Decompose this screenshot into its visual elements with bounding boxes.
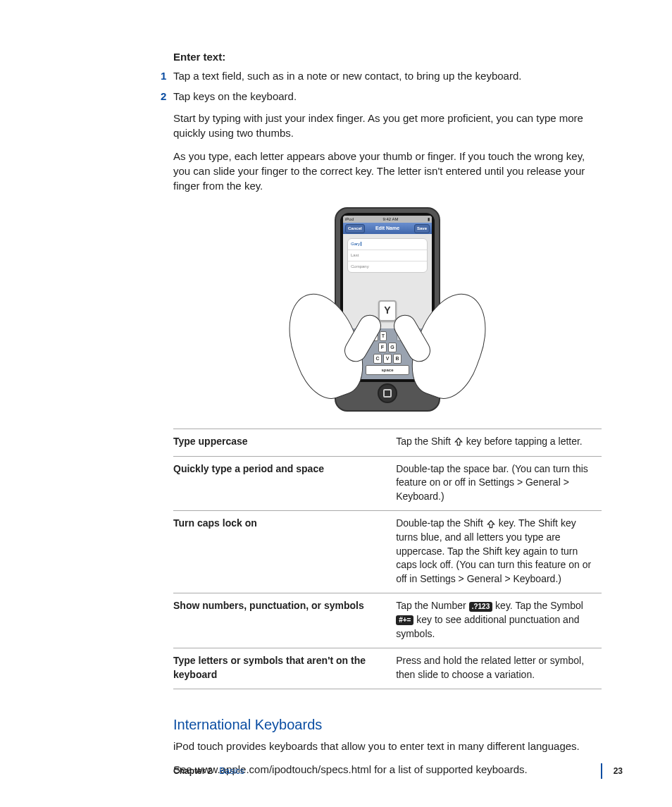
- intl-para-1: iPod touch provides keyboards that allow…: [173, 739, 602, 753]
- status-left: iPod: [345, 216, 354, 222]
- step-2: 2 Tap keys on the keyboard. Start by typ…: [173, 89, 602, 140]
- table-row: Turn caps lock on Double-tap the Shift k…: [173, 511, 602, 593]
- tip-desc: Tap the Number .?123 key. Tap the Symbol…: [396, 593, 602, 648]
- home-button[interactable]: [378, 383, 397, 403]
- tips-table: Type uppercase Tap the Shift key before …: [173, 429, 602, 689]
- last-name-field[interactable]: Last: [348, 250, 427, 261]
- number-key-icon: .?123: [469, 602, 493, 612]
- step-2-number: 2: [161, 89, 166, 104]
- status-time: 9:42 AM: [383, 216, 399, 222]
- cancel-button[interactable]: Cancel: [345, 224, 365, 233]
- chapter-label: Chapter 2: [173, 765, 212, 777]
- international-keyboards-heading: International Keyboards: [173, 715, 602, 734]
- steps-list: 1 Tap a text field, such as in a note or…: [173, 68, 602, 140]
- key-popup: Y: [378, 300, 397, 321]
- table-row: Type uppercase Tap the Shift key before …: [173, 429, 602, 457]
- symbol-key-icon: #+=: [396, 615, 413, 625]
- body-para-1: As you type, each letter appears above y…: [173, 149, 602, 193]
- step-1-text: Tap a text field, such as in a note or n…: [173, 70, 521, 82]
- shift-icon: [454, 437, 463, 447]
- key-c[interactable]: C: [373, 354, 382, 364]
- tip-label: Type uppercase: [173, 429, 396, 457]
- first-name-field[interactable]: Gary: [348, 239, 427, 250]
- table-row: Type letters or symbols that aren't on t…: [173, 648, 602, 689]
- company-field[interactable]: Company: [348, 261, 427, 272]
- page-content: Enter text: 1 Tap a text field, such as …: [0, 0, 672, 777]
- tip-desc: Double-tap the Shift key. The Shift key …: [396, 511, 602, 593]
- key-v[interactable]: V: [383, 354, 392, 364]
- page-footer: Chapter 2 Basics 23: [173, 763, 623, 779]
- key-b[interactable]: B: [393, 354, 402, 364]
- tip-label: Show numbers, punctuation, or symbols: [173, 593, 396, 648]
- tip-desc: Press and hold the related letter or sym…: [396, 648, 602, 689]
- shift-icon: [486, 519, 496, 529]
- status-bar: iPod 9:42 AM ▮: [343, 216, 432, 223]
- step-1: 1 Tap a text field, such as in a note or…: [173, 68, 602, 83]
- tip-label: Turn caps lock on: [173, 511, 396, 593]
- tip-desc: Tap the Shift key before tapping a lette…: [396, 429, 602, 457]
- step-1-number: 1: [161, 68, 166, 83]
- step-2-text: Tap keys on the keyboard.: [173, 90, 297, 102]
- key-g[interactable]: G: [388, 343, 397, 352]
- save-button[interactable]: Save: [414, 224, 430, 233]
- key-f[interactable]: F: [378, 343, 387, 352]
- name-fields: Gary Last Company: [347, 238, 428, 273]
- chapter-title: Basics: [219, 765, 244, 777]
- table-row: Quickly type a period and space Double-t…: [173, 456, 602, 511]
- key-t[interactable]: T: [380, 331, 387, 341]
- page-number: 23: [601, 763, 623, 779]
- tip-desc: Double-tap the space bar. (You can turn …: [396, 456, 602, 511]
- battery-icon: ▮: [428, 216, 430, 222]
- tip-label: Quickly type a period and space: [173, 456, 396, 511]
- device-figure: iPod 9:42 AM ▮ Cancel Edit Name Save Gar…: [173, 207, 602, 412]
- enter-text-heading: Enter text:: [173, 49, 602, 64]
- nav-title: Edit Name: [375, 226, 399, 230]
- step-2-para: Start by typing with just your index fin…: [173, 111, 602, 140]
- nav-bar: Cancel Edit Name Save: [343, 223, 432, 234]
- key-space[interactable]: space: [366, 365, 409, 375]
- tip-label: Type letters or symbols that aren't on t…: [173, 648, 396, 689]
- table-row: Show numbers, punctuation, or symbols Ta…: [173, 593, 602, 648]
